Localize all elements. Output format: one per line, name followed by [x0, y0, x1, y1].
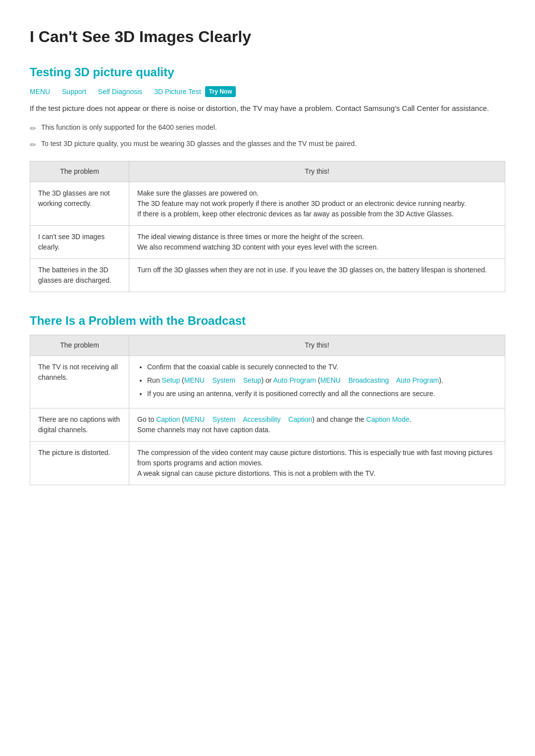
table-row: The picture is distorted. The compressio… — [30, 441, 505, 485]
try-now-badge[interactable]: Try Now — [205, 86, 236, 97]
col-solution: Try this! — [129, 161, 505, 182]
link-caption: Caption — [156, 415, 180, 423]
list-item: If you are using an antenna, verify it i… — [147, 389, 497, 399]
solution-cell: Turn off the 3D glasses when they are no… — [129, 258, 505, 292]
note-item: ✏ This function is only supported for th… — [30, 122, 505, 135]
col-problem-2: The problem — [30, 335, 129, 355]
link-accessibility: Accessibility — [243, 415, 280, 423]
problem-cell: The picture is distorted. — [30, 441, 129, 485]
link-system2: System — [213, 415, 236, 423]
breadcrumb-selfdiag[interactable]: Self Diagnosis — [98, 87, 143, 97]
page-title: I Can't See 3D Images Clearly — [30, 25, 505, 49]
solution-cell: Go to Caption (MENU System Accessibility… — [129, 408, 505, 441]
link-setup2: Setup — [243, 376, 262, 384]
notes-list: ✏ This function is only supported for th… — [30, 122, 505, 151]
solution-cell: The compression of the video content may… — [129, 441, 505, 485]
problem-cell: I can't see 3D images clearly. — [30, 225, 129, 258]
note-item: ✏ To test 3D picture quality, you must b… — [30, 139, 505, 151]
table-row: There are no captions with digital chann… — [30, 408, 505, 441]
note-text-1: This function is only supported for the … — [41, 122, 217, 133]
pencil-icon: ✏ — [30, 123, 36, 135]
breadcrumb-menu[interactable]: MENU — [30, 87, 50, 97]
pencil-icon-2: ✏ — [30, 139, 36, 151]
link-menu2: MENU — [320, 376, 340, 384]
section2-heading: There Is a Problem with the Broadcast — [30, 312, 505, 330]
breadcrumb: MENU Support Self Diagnosis 3D Picture T… — [30, 86, 505, 97]
link-caption2: Caption — [288, 415, 312, 423]
list-item: Confirm that the coaxial cable is secure… — [147, 362, 497, 372]
link-system1: System — [213, 376, 236, 384]
link-broadcasting: Broadcasting — [348, 376, 389, 384]
problem-cell: The TV is not receiving all channels. — [30, 355, 129, 408]
table-row: The 3D glasses are not working correctly… — [30, 182, 505, 225]
section1-heading: Testing 3D picture quality — [30, 63, 505, 81]
link-setup: Setup — [162, 376, 180, 384]
link-menu3: MENU — [184, 415, 205, 423]
section1-intro: If the test picture does not appear or t… — [30, 103, 505, 114]
problem-cell: The 3D glasses are not working correctly… — [30, 182, 129, 225]
problem-cell: There are no captions with digital chann… — [30, 408, 129, 441]
solution-cell: Make sure the glasses are powered on. Th… — [129, 182, 505, 225]
link-autoprogram2: Auto Program — [396, 376, 439, 384]
solution-cell: Confirm that the coaxial cable is secure… — [129, 355, 505, 408]
table-3d-problems: The problem Try this! The 3D glasses are… — [30, 161, 505, 292]
link-captionmode: Caption Mode — [366, 415, 409, 423]
table-row: I can't see 3D images clearly. The ideal… — [30, 225, 505, 258]
section-3d-images: Testing 3D picture quality MENU Support … — [30, 63, 505, 292]
list-item: Run Setup (MENU System Setup) or Auto Pr… — [147, 375, 497, 386]
section-broadcast-problem: There Is a Problem with the Broadcast Th… — [30, 312, 505, 485]
table-row: The TV is not receiving all channels. Co… — [30, 355, 505, 408]
link-autoprogram: Auto Program — [273, 376, 316, 384]
table-row: The batteries in the 3D glasses are disc… — [30, 258, 505, 292]
breadcrumb-support[interactable]: Support — [62, 87, 86, 97]
solution-cell: The ideal viewing distance is three time… — [129, 225, 505, 258]
note-text-2: To test 3D picture quality, you must be … — [41, 139, 357, 149]
col-problem: The problem — [30, 161, 129, 182]
col-solution-2: Try this! — [129, 335, 505, 355]
breadcrumb-3dtest[interactable]: 3D Picture Test — [154, 87, 201, 97]
table-broadcast-problems: The problem Try this! The TV is not rece… — [30, 335, 505, 485]
problem-cell: The batteries in the 3D glasses are disc… — [30, 258, 129, 292]
link-menu1: MENU — [184, 376, 205, 384]
